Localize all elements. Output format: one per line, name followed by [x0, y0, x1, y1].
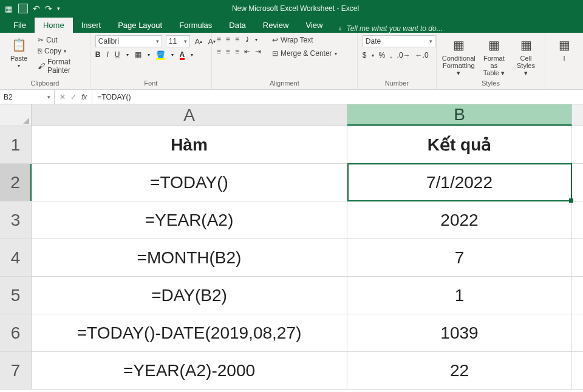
enter-icon[interactable]: ✓	[70, 93, 77, 101]
cell-styles-button[interactable]: ▦CellStyles ▾	[512, 35, 540, 78]
cell-A1[interactable]: Hàm	[32, 126, 347, 163]
cell-B5[interactable]: 1	[347, 277, 572, 314]
group-label-font: Font	[95, 78, 206, 88]
cell-A2[interactable]: =TODAY()	[32, 164, 347, 201]
cell-B7[interactable]: 22	[347, 352, 572, 389]
font-name-combo[interactable]: Calibri▾	[95, 35, 162, 47]
tab-file[interactable]: File	[5, 18, 35, 33]
column-header-B[interactable]: B	[347, 104, 572, 126]
increase-indent-icon[interactable]: ⇥	[255, 47, 261, 56]
chevron-down-icon: ▾	[18, 63, 20, 69]
italic-button[interactable]: I	[107, 50, 109, 59]
wrap-text-button[interactable]: ↩Wrap Text	[271, 35, 338, 45]
row-2: 2 =TODAY() 7/1/2022	[0, 164, 583, 201]
copy-icon: ⎘	[38, 47, 42, 55]
align-bottom-icon[interactable]: ≡	[235, 35, 239, 44]
brush-icon: 🖌	[38, 62, 45, 70]
percent-icon[interactable]: %	[379, 51, 386, 59]
align-right-icon[interactable]: ≡	[235, 47, 239, 56]
cancel-icon[interactable]: ✕	[60, 93, 66, 101]
tab-page-layout[interactable]: Page Layout	[109, 18, 171, 33]
conditional-formatting-button[interactable]: ▦ConditionalFormatting ▾	[442, 35, 476, 78]
row-header-6[interactable]: 6	[0, 314, 32, 351]
fx-icon[interactable]: fx	[81, 93, 87, 101]
paste-icon: 📋	[10, 36, 27, 53]
cell-A3[interactable]: =YEAR(A2)	[32, 201, 347, 238]
underline-button[interactable]: U	[115, 50, 120, 59]
number-format-combo[interactable]: Date▾	[363, 35, 435, 47]
tab-formulas[interactable]: Formulas	[171, 18, 220, 33]
cell-styles-icon: ▦	[517, 36, 534, 53]
format-as-table-button[interactable]: ▦Format asTable ▾	[480, 35, 508, 78]
align-left-icon[interactable]: ≡	[217, 47, 221, 56]
column-header-A[interactable]: A	[32, 104, 347, 126]
cell-A4[interactable]: =MONTH(B2)	[32, 239, 347, 276]
cond-fmt-label: ConditionalFormatting ▾	[442, 55, 476, 76]
save-icon[interactable]	[18, 4, 28, 13]
align-center-icon[interactable]: ≡	[226, 47, 230, 56]
row-header-7[interactable]: 7	[0, 352, 32, 389]
tab-data[interactable]: Data	[220, 18, 254, 33]
format-table-label: Format asTable ▾	[482, 55, 506, 76]
cell-B6[interactable]: 1039	[347, 314, 572, 351]
group-label-styles: Styles	[442, 78, 540, 88]
select-all-button[interactable]	[0, 104, 32, 126]
cell-B4[interactable]: 7	[347, 239, 572, 276]
insert-cells-button[interactable]: ▦I	[550, 35, 578, 63]
copy-button[interactable]: ⎘Copy▾	[36, 46, 85, 56]
worksheet-grid[interactable]: A B 1 Hàm Kết quả 2 =TODAY() 7/1/2022 3 …	[0, 104, 583, 392]
formula-bar[interactable]: =TODAY()	[92, 90, 583, 104]
cell-B1[interactable]: Kết quả	[347, 126, 572, 163]
row-header-4[interactable]: 4	[0, 239, 32, 276]
undo-icon[interactable]: ↶	[33, 4, 40, 13]
row-header-5[interactable]: 5	[0, 277, 32, 314]
cell-B2[interactable]: 7/1/2022	[347, 164, 572, 201]
formula-bar-row: B2▾ ✕ ✓ fx =TODAY()	[0, 90, 583, 104]
orientation-icon[interactable]: ⤸	[244, 35, 250, 44]
cell-B3[interactable]: 2022	[347, 201, 572, 238]
column-headers: A B	[0, 104, 583, 126]
quick-access-toolbar: ▦ ↶ ↷ ▾	[4, 4, 60, 13]
cell-A6[interactable]: =TODAY()-DATE(2019,08,27)	[32, 314, 347, 351]
copy-label: Copy	[44, 47, 61, 55]
bold-button[interactable]: B	[95, 50, 101, 59]
format-painter-button[interactable]: 🖌Format Painter	[36, 57, 85, 75]
name-box[interactable]: B2▾	[0, 90, 55, 104]
currency-icon[interactable]: $	[363, 51, 367, 59]
align-middle-icon[interactable]: ≡	[226, 35, 230, 44]
align-top-icon[interactable]: ≡	[217, 35, 221, 44]
group-cells-partial: ▦I	[545, 33, 583, 89]
paste-button[interactable]: 📋 Paste ▾	[5, 35, 33, 70]
row-header-1[interactable]: 1	[0, 126, 32, 163]
tell-me-placeholder: Tell me what you want to do...	[346, 24, 442, 33]
tab-home[interactable]: Home	[35, 18, 73, 33]
increase-decimal-icon[interactable]: .0→	[397, 51, 411, 59]
row-6: 6 =TODAY()-DATE(2019,08,27) 1039	[0, 314, 583, 352]
row-header-3[interactable]: 3	[0, 201, 32, 238]
redo-icon[interactable]: ↷	[45, 4, 52, 13]
decrease-decimal-icon[interactable]: ←.0	[415, 51, 429, 59]
group-alignment: ≡ ≡ ≡ ⤸▾ ≡ ≡ ≡ ⇤ ⇥ ↩Wrap Text ⊟Merge & C…	[212, 33, 358, 89]
font-color-button[interactable]: A	[180, 50, 185, 59]
decrease-indent-icon[interactable]: ⇤	[244, 47, 250, 56]
font-size-combo[interactable]: 11▾	[166, 35, 190, 47]
cell-A5[interactable]: =DAY(B2)	[32, 277, 347, 314]
border-button[interactable]: ▦	[135, 50, 141, 59]
comma-icon[interactable]: ,	[390, 51, 392, 59]
cut-button[interactable]: ✂Cut	[36, 35, 85, 45]
conditional-formatting-icon: ▦	[450, 36, 467, 53]
tab-review[interactable]: Review	[254, 18, 298, 33]
row-4: 4 =MONTH(B2) 7	[0, 239, 583, 277]
group-label-number: Number	[363, 78, 431, 88]
tab-view[interactable]: View	[297, 18, 331, 33]
row-header-2[interactable]: 2	[0, 164, 32, 201]
tell-me-search[interactable]: ♀ Tell me what you want to do...	[331, 24, 448, 33]
group-number: Date▾ $▾ % , .0→ ←.0 Number	[358, 33, 437, 89]
row-5: 5 =DAY(B2) 1	[0, 277, 583, 314]
increase-font-icon[interactable]: A▴	[194, 36, 203, 46]
cell-A7[interactable]: =YEAR(A2)-2000	[32, 352, 347, 389]
cut-label: Cut	[46, 36, 58, 44]
tab-insert[interactable]: Insert	[73, 18, 110, 33]
fill-color-button[interactable]: 🪣	[156, 50, 165, 59]
merge-center-button[interactable]: ⊟Merge & Center▾	[271, 49, 338, 58]
